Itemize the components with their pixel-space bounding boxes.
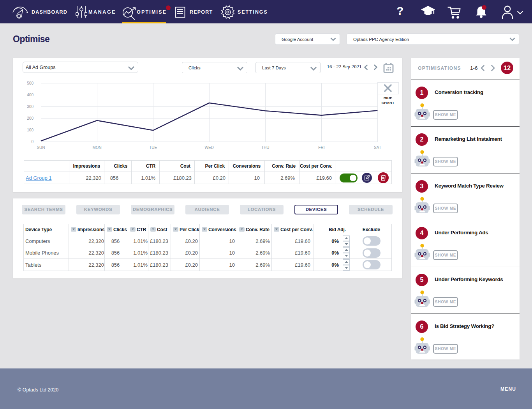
svg-text:SAT: SAT (374, 145, 381, 150)
svg-text:200: 200 (27, 116, 33, 120)
svg-text:THU: THU (261, 145, 270, 150)
svg-text:FRI: FRI (318, 145, 324, 150)
svg-text:CHART: CHART (381, 101, 394, 105)
svg-text:100: 100 (27, 128, 33, 132)
svg-text:0: 0 (31, 140, 33, 144)
svg-text:WED: WED (205, 145, 214, 150)
svg-text:MON: MON (92, 145, 101, 150)
svg-text:300: 300 (27, 104, 33, 109)
svg-text:500: 500 (27, 81, 33, 85)
svg-text:400: 400 (27, 93, 33, 97)
svg-text:HIDE: HIDE (384, 96, 393, 100)
svg-text:TUE: TUE (149, 145, 157, 150)
svg-text:SUN: SUN (37, 145, 45, 150)
